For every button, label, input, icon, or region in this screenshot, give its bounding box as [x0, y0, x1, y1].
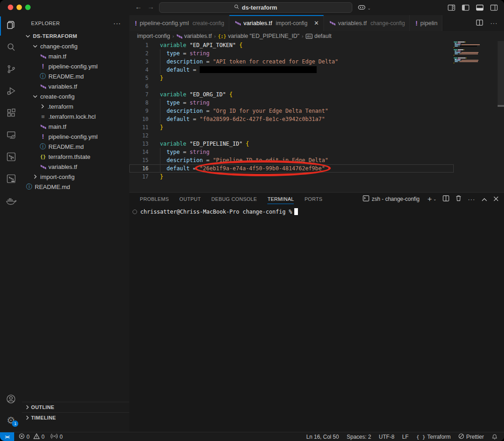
- activity-item-settings[interactable]: ⚙1: [0, 409, 22, 431]
- code-line-13[interactable]: 13variable "ED_PIPELINE_ID" {: [129, 140, 454, 148]
- editor-more-actions-icon[interactable]: ···: [490, 20, 498, 26]
- activity-item-run-debug[interactable]: [0, 81, 22, 103]
- toggle-primary-sidebar-icon[interactable]: [462, 5, 469, 11]
- editor-scrollbar[interactable]: [498, 41, 504, 106]
- ports-status[interactable]: 0: [51, 433, 63, 441]
- split-editor-icon[interactable]: [476, 19, 483, 27]
- maximize-panel-icon[interactable]: [482, 195, 487, 203]
- code-line-1[interactable]: 1variable "ED_API_TOKEN" {: [129, 41, 454, 49]
- activity-item-search[interactable]: [0, 37, 22, 59]
- code-line-11[interactable]: 11}: [129, 123, 454, 131]
- activity-item-remote-explorer[interactable]: [0, 125, 22, 147]
- minimap[interactable]: [454, 42, 497, 64]
- code-line-10[interactable]: 10 default = "f0a28599-6d2c-427f-8e1c-e3…: [129, 115, 454, 123]
- panel-more-actions-icon[interactable]: ···: [468, 196, 475, 203]
- tab-variables.tf-import-config[interactable]: variables.tfimport-config✕: [229, 15, 324, 31]
- remote-indicator[interactable]: ><: [0, 432, 14, 441]
- activity-item-docker[interactable]: [0, 190, 22, 212]
- language-mode-status[interactable]: { } Terraform: [416, 434, 451, 440]
- terminal-content[interactable]: chrissatter@Chriss-MacBook-Pro change-co…: [132, 208, 298, 215]
- file-readme.md[interactable]: ⓘREADME.md: [22, 71, 129, 81]
- code-line-9[interactable]: 9 description = "Org ID for your Edge De…: [129, 107, 454, 115]
- minimize-window-button[interactable]: [16, 5, 22, 10]
- file-pipeline-config.yml[interactable]: !pipeline-config.yml: [22, 61, 129, 71]
- breadcrumb-item[interactable]: {;}variable "ED_PIPELINE_ID": [218, 33, 299, 39]
- folder-import-config[interactable]: import-config: [22, 172, 129, 182]
- code-line-15[interactable]: 15 description = "Pipeline ID to edit in…: [129, 156, 454, 164]
- code-line-16[interactable]: 16 default = "26eb1f9a-e74a-4f50-99b0-48…: [129, 164, 454, 173]
- panel-tab-problems[interactable]: PROBLEMS: [140, 193, 169, 205]
- activity-item-terraform-cloud[interactable]: [0, 168, 22, 190]
- code-line-7[interactable]: 7variable "ED_ORG_ID" {: [129, 90, 454, 99]
- notifications-bell-icon[interactable]: [492, 434, 498, 440]
- indentation-status[interactable]: Spaces: 2: [347, 434, 371, 440]
- kill-terminal-icon[interactable]: [456, 195, 462, 203]
- file-pipeline-config.yml[interactable]: !pipeline-config.yml: [22, 131, 129, 142]
- sidebar-title: EXPLORER: [31, 21, 60, 26]
- file-main.tf[interactable]: main.tf: [22, 51, 129, 61]
- code-line-3[interactable]: 3 description = "API token for created f…: [129, 58, 454, 66]
- outline-section[interactable]: OUTLINE: [22, 402, 129, 412]
- back-button[interactable]: ←: [134, 3, 143, 10]
- folder-ds-terraform[interactable]: DS-TERRAFORM: [22, 31, 129, 41]
- code-line-6[interactable]: 6: [129, 82, 454, 90]
- bottom-panel: PROBLEMSOUTPUTDEBUG CONSOLETERMINALPORTS…: [129, 192, 504, 432]
- cursor-position-status[interactable]: Ln 16, Col 50: [306, 434, 339, 440]
- tab-pipelin[interactable]: !pipelin: [410, 15, 442, 31]
- tab-pipeline-config.yml-create-config[interactable]: !pipeline-config.ymlcreate-config: [129, 15, 229, 31]
- encoding-status[interactable]: UTF-8: [379, 434, 394, 440]
- tab-variables.tf-change-config[interactable]: variables.tfchange-config: [324, 15, 410, 31]
- file-.terraform.lock.hcl[interactable]: ≡.terraform.lock.hcl: [22, 111, 129, 121]
- code-editor[interactable]: 1variable "ED_API_TOKEN" {2 type = strin…: [129, 41, 504, 192]
- file-readme.md[interactable]: ⓘREADME.md: [22, 182, 129, 192]
- panel-tab-ports[interactable]: PORTS: [304, 193, 322, 205]
- line-number: 13: [129, 140, 149, 148]
- close-tab-icon[interactable]: ✕: [314, 20, 319, 26]
- new-terminal-icon[interactable]: ＋⌄: [426, 194, 436, 204]
- tree-item-label: change-config: [40, 43, 78, 50]
- activity-item-extensions[interactable]: [0, 103, 22, 125]
- terminal-tab[interactable]: zsh - change-config: [363, 195, 420, 203]
- file-main.tf[interactable]: main.tf: [22, 121, 129, 131]
- code-line-17[interactable]: 17}: [129, 173, 454, 181]
- activity-item-terraform[interactable]: [0, 147, 22, 168]
- panel-tab-terminal[interactable]: TERMINAL: [267, 193, 294, 205]
- folder-.terraform[interactable]: .terraform: [22, 101, 129, 111]
- panel-tab-output[interactable]: OUTPUT: [180, 193, 201, 205]
- activity-item-source-control[interactable]: [0, 59, 22, 81]
- folder-create-config[interactable]: create-config: [22, 91, 129, 101]
- formatter-status[interactable]: Prettier: [458, 433, 484, 441]
- split-terminal-icon[interactable]: [443, 195, 449, 203]
- panel-tab-debug-console[interactable]: DEBUG CONSOLE: [212, 193, 257, 205]
- timeline-section[interactable]: TIMELINE: [22, 412, 129, 423]
- file-variables.tf[interactable]: variables.tf: [22, 81, 129, 91]
- yaml-file-icon: !: [39, 63, 47, 69]
- close-panel-icon[interactable]: [493, 195, 499, 203]
- file-readme.md[interactable]: ⓘREADME.md: [22, 142, 129, 152]
- eol-status[interactable]: LF: [402, 434, 409, 440]
- code-line-5[interactable]: 5}: [129, 74, 454, 82]
- breadcrumb-item[interactable]: variables.tf: [176, 33, 212, 39]
- file-terraform.tfstate[interactable]: {}terraform.tfstate: [22, 152, 129, 162]
- customize-layout-icon[interactable]: [448, 5, 455, 11]
- close-window-button[interactable]: [8, 5, 13, 10]
- activity-item-accounts[interactable]: [0, 388, 22, 410]
- explorer-more-actions-icon[interactable]: ···: [113, 20, 121, 27]
- breadcrumb-item[interactable]: import-config: [137, 33, 170, 39]
- problems-status[interactable]: 0 0: [19, 433, 44, 441]
- toggle-secondary-sidebar-icon[interactable]: [490, 5, 498, 11]
- code-line-2[interactable]: 2 type = string: [129, 49, 454, 58]
- folder-change-config[interactable]: change-config: [22, 41, 129, 51]
- command-center-search[interactable]: ds-terraform: [159, 2, 352, 13]
- code-line-14[interactable]: 14 type = string: [129, 148, 454, 156]
- forward-button[interactable]: →: [146, 3, 155, 10]
- toggle-panel-icon[interactable]: [476, 5, 483, 11]
- activity-item-explorer[interactable]: [0, 15, 22, 37]
- code-line-4[interactable]: 4 default =: [129, 66, 454, 74]
- code-line-8[interactable]: 8 type = string: [129, 99, 454, 107]
- breadcrumb-item[interactable]: abcdefault: [306, 33, 332, 39]
- file-variables.tf[interactable]: variables.tf: [22, 162, 129, 172]
- code-line-12[interactable]: 12: [129, 131, 454, 140]
- copilot-menu[interactable]: ⌄: [357, 3, 371, 13]
- zoom-window-button[interactable]: [25, 5, 31, 10]
